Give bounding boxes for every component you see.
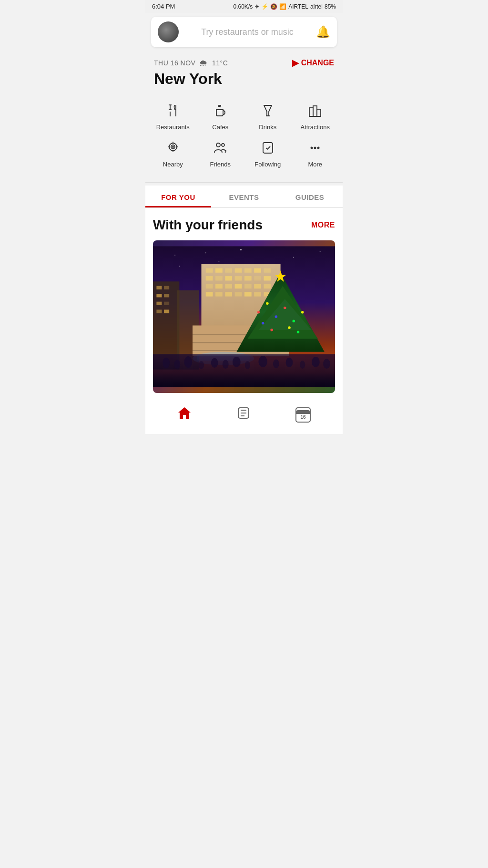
friends-label: Friends xyxy=(210,161,231,168)
calendar-day: 16 xyxy=(300,414,305,420)
svg-rect-7 xyxy=(313,106,317,116)
svg-point-83 xyxy=(262,322,264,325)
change-label: CHANGE xyxy=(301,59,334,67)
tab-events[interactable]: EVENTS xyxy=(211,186,277,207)
attractions-label: Attractions xyxy=(301,124,330,131)
main-content: With your friends MORE xyxy=(145,208,343,398)
svg-point-20 xyxy=(311,147,313,149)
category-friends[interactable]: Friends xyxy=(198,137,244,171)
svg-rect-45 xyxy=(235,269,242,273)
svg-point-94 xyxy=(199,361,204,369)
svg-rect-39 xyxy=(156,310,162,313)
nav-search[interactable] xyxy=(229,404,258,425)
svg-rect-54 xyxy=(254,276,261,280)
svg-rect-48 xyxy=(264,269,271,273)
svg-rect-46 xyxy=(244,269,252,273)
date-weather: THU 16 NOV 🌧 11°C xyxy=(154,58,228,68)
friends-icon xyxy=(213,140,228,158)
svg-point-98 xyxy=(245,361,250,369)
section-divider xyxy=(145,182,343,183)
mute-icon: 🔕 xyxy=(270,3,277,10)
wifi-icon: 📶 xyxy=(279,3,286,10)
category-restaurants[interactable]: Restaurants xyxy=(150,100,196,134)
notification-bell-icon[interactable]: 🔔 xyxy=(316,25,330,39)
category-nearby[interactable]: Nearby xyxy=(150,137,196,171)
category-grid-row2: Nearby Friends Following xyxy=(150,137,338,171)
location-section: THU 16 NOV 🌧 11°C ▶ CHANGE New York xyxy=(145,51,343,93)
svg-rect-58 xyxy=(225,284,232,289)
svg-point-78 xyxy=(266,302,269,305)
carrier2: airtel xyxy=(310,3,323,10)
nav-home[interactable] xyxy=(170,404,199,425)
svg-point-85 xyxy=(288,326,291,329)
svg-point-29 xyxy=(179,266,180,266)
category-grid-row1: Restaurants Cafes Drinks xyxy=(150,100,338,134)
tabs-bar: FOR YOU EVENTS GUIDES xyxy=(145,186,343,208)
svg-point-17 xyxy=(216,143,220,147)
svg-point-100 xyxy=(273,360,279,368)
section-header: With your friends MORE xyxy=(153,217,335,233)
svg-rect-53 xyxy=(244,276,252,280)
category-cafes[interactable]: Cafes xyxy=(198,100,244,134)
home-icon xyxy=(177,406,192,423)
svg-point-24 xyxy=(174,255,175,256)
svg-point-79 xyxy=(275,315,278,318)
svg-point-25 xyxy=(205,252,206,253)
feature-image[interactable] xyxy=(153,240,335,393)
status-right: 0.60K/s ✈ ⚡ 🔕 📶 AIRTEL airtel 85% xyxy=(233,3,336,10)
category-drinks[interactable]: Drinks xyxy=(245,100,291,134)
svg-point-12 xyxy=(173,146,173,147)
following-label: Following xyxy=(254,161,281,168)
cafes-label: Cafes xyxy=(212,124,228,131)
nav-calendar[interactable]: 16 xyxy=(288,405,318,424)
calendar-icon: 16 xyxy=(295,407,311,423)
tab-for-you-label: FOR YOU xyxy=(161,193,195,201)
date-text: THU 16 NOV xyxy=(154,59,195,67)
more-icon xyxy=(307,140,323,158)
svg-point-92 xyxy=(174,360,180,368)
svg-rect-55 xyxy=(264,276,271,280)
svg-point-81 xyxy=(292,320,295,322)
svg-rect-36 xyxy=(164,294,169,297)
svg-rect-37 xyxy=(156,302,162,305)
svg-rect-19 xyxy=(263,143,273,153)
svg-point-93 xyxy=(184,356,193,368)
category-following[interactable]: Following xyxy=(245,137,291,171)
svg-rect-62 xyxy=(264,284,271,289)
bluetooth-icon: ⚡ xyxy=(261,3,268,10)
svg-rect-40 xyxy=(164,310,169,313)
avatar[interactable] xyxy=(158,21,179,42)
tab-for-you[interactable]: FOR YOU xyxy=(145,186,211,207)
nearby-icon xyxy=(165,140,181,158)
svg-point-95 xyxy=(211,358,218,368)
svg-rect-56 xyxy=(206,284,213,289)
svg-rect-51 xyxy=(225,276,232,280)
search-placeholder: Try restaurants or music xyxy=(179,27,316,37)
search-bar[interactable]: Try restaurants or music 🔔 xyxy=(151,17,337,47)
svg-point-99 xyxy=(258,356,267,367)
temperature: 11°C xyxy=(212,59,228,67)
section-more-button[interactable]: MORE xyxy=(311,221,335,229)
svg-rect-47 xyxy=(254,269,261,273)
carrier1: AIRTEL xyxy=(288,3,308,10)
category-attractions[interactable]: Attractions xyxy=(293,100,338,134)
svg-rect-65 xyxy=(225,292,232,296)
nearby-label: Nearby xyxy=(163,161,183,168)
search-nav-icon xyxy=(236,406,251,424)
svg-rect-66 xyxy=(235,292,242,296)
svg-rect-90 xyxy=(153,354,335,387)
status-time: 6:04 PM xyxy=(152,3,175,10)
tab-events-label: EVENTS xyxy=(229,193,259,201)
category-more[interactable]: More xyxy=(293,137,338,171)
svg-point-26 xyxy=(240,249,242,250)
tab-guides[interactable]: GUIDES xyxy=(277,186,343,207)
svg-point-21 xyxy=(314,147,316,149)
svg-point-30 xyxy=(218,261,219,262)
change-location-button[interactable]: ▶ CHANGE xyxy=(292,58,334,68)
svg-rect-38 xyxy=(164,302,169,305)
svg-rect-8 xyxy=(317,109,321,116)
svg-point-84 xyxy=(270,329,273,331)
svg-point-82 xyxy=(301,311,304,314)
svg-point-96 xyxy=(223,360,229,368)
svg-rect-44 xyxy=(225,269,232,273)
